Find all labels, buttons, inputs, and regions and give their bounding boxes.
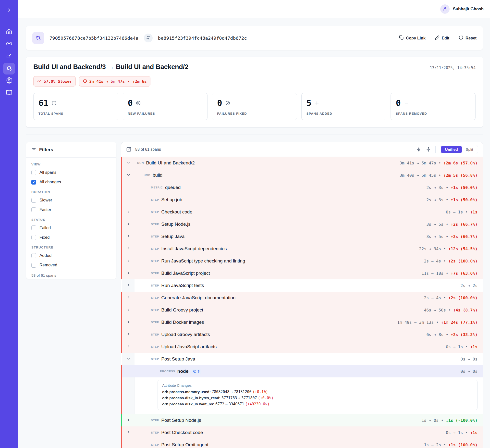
plus-icon: [314, 100, 319, 106]
chevron-right-icon[interactable]: [126, 332, 131, 337]
split-view-tab[interactable]: Split: [462, 146, 477, 153]
sidebar-item-home[interactable]: [3, 26, 15, 38]
checkbox[interactable]: [31, 235, 36, 240]
span-row[interactable]: RUNBuild UI and Backend/23m 41s → 5m 47s…: [121, 157, 483, 169]
span-timing: 6s → 8s • ↑2s (33.3%): [426, 332, 478, 337]
base-run-hash[interactable]: 79050576678ce7b5bf34132b7466de4a: [49, 36, 138, 41]
span-row[interactable]: STEPRun JavaScript tests2s → 2s: [121, 279, 483, 292]
top-bar: Subhajit Ghosh: [18, 0, 490, 18]
span-row[interactable]: STEPCheckout code0s → 1s • ↑1s: [121, 206, 483, 218]
copy-icon: [399, 35, 404, 41]
swap-arrows-icon: [146, 35, 150, 41]
chevron-down-icon[interactable]: [126, 173, 131, 178]
span-row[interactable]: STEPUpload JavaScript artifacts0s → 1s •…: [121, 341, 483, 353]
filter-checkbox-added[interactable]: Added: [31, 251, 111, 260]
span-name: Setup Java: [161, 234, 184, 239]
expand-all-icon[interactable]: [426, 147, 431, 152]
chevron-right-icon[interactable]: [126, 418, 131, 423]
target-run-hash[interactable]: be8915f23f394fc48a249f0d47db672c: [158, 36, 247, 41]
chevron-right-icon[interactable]: [126, 246, 131, 251]
span-type-label: STEP: [151, 223, 159, 226]
collapse-all-icon[interactable]: [416, 147, 421, 152]
gear-icon: [6, 77, 12, 85]
chevron-right-icon[interactable]: [126, 210, 131, 215]
chevron-down-icon[interactable]: [126, 357, 131, 362]
span-row[interactable]: STEPSetup Java3s → 5s • ↑2s (66.7%): [121, 230, 483, 243]
span-row[interactable]: STEPBuild Docker images1m 49s → 3m 13s •…: [121, 316, 483, 328]
attr-change-count-badge[interactable]: 3: [191, 369, 201, 374]
span-row[interactable]: STEPBuild Groovy project46s → 50s • ↑4s …: [121, 304, 483, 316]
checkbox[interactable]: [31, 253, 36, 258]
copy-link-button[interactable]: Copy Link: [399, 35, 426, 41]
chevron-right-icon[interactable]: [126, 430, 131, 435]
checkbox[interactable]: [31, 198, 36, 203]
span-timing: 2s → 4s • ↑2s (100.0%): [424, 296, 478, 300]
span-row[interactable]: METRICqueued2s → 3s • ↑1s (50.0%): [121, 181, 483, 194]
filter-checkbox-all-spans[interactable]: All spans: [31, 168, 111, 177]
span-row[interactable]: STEPBuild JavaScript project11s → 18s • …: [121, 267, 483, 279]
span-type-label: STEP: [151, 235, 159, 238]
filter-checkbox-slower[interactable]: Slower: [31, 195, 111, 205]
chevron-right-icon[interactable]: [126, 234, 131, 239]
chevron-right-icon[interactable]: [126, 259, 131, 264]
sidebar-item-settings[interactable]: [3, 75, 15, 87]
stat-value: 0: [396, 98, 401, 108]
checkbox-label: Removed: [39, 263, 57, 268]
chevron-right-icon[interactable]: [126, 283, 131, 288]
row-gutter: [122, 439, 135, 448]
filter-checkbox-removed[interactable]: Removed: [31, 260, 111, 270]
span-row[interactable]: STEPInstall JavaScript dependencies22s →…: [121, 243, 483, 255]
attribute-change: orb.process.disk_io.wait_ns: 6772 → 3340…: [162, 402, 473, 406]
reset-button[interactable]: Reset: [459, 35, 477, 41]
filter-checkbox-fixed[interactable]: Fixed: [31, 233, 111, 242]
chevron-right-icon[interactable]: [126, 320, 131, 325]
sidebar-item-keys[interactable]: [3, 50, 15, 62]
chevron-right-icon[interactable]: [126, 271, 131, 276]
edit-button[interactable]: Edit: [435, 35, 449, 41]
checkbox[interactable]: [31, 170, 36, 175]
span-timing: 22s → 34s • ↑12s (54.5%): [419, 247, 478, 251]
span-row[interactable]: STEPSetup Node.js3s → 5s • ↑2s (66.7%): [121, 218, 483, 230]
row-gutter: [122, 181, 135, 194]
span-row[interactable]: STEPUpload Groovy artifacts6s → 8s • ↑2s…: [121, 328, 483, 341]
span-timing: 1m 49s → 3m 13s • ↑1m 24s (77.1%): [397, 320, 478, 325]
sidebar-item-links[interactable]: [3, 38, 15, 50]
checkbox[interactable]: [31, 225, 36, 230]
checkbox[interactable]: [31, 207, 36, 212]
sidebar-item-docs[interactable]: [3, 87, 15, 99]
attribute-changes-region: Attribute Changesorb.process.memory.used…: [121, 377, 483, 414]
chevron-right-icon[interactable]: [126, 295, 131, 300]
chevron-right-icon[interactable]: [126, 344, 131, 349]
section-divider: [26, 135, 483, 135]
filter-checkbox-faster[interactable]: Faster: [31, 205, 111, 214]
span-row[interactable]: JOBbuild3m 40s → 5m 45s • ↑2m 5s (56.8%): [121, 169, 483, 181]
span-row[interactable]: STEPPost Setup Java0s → 0s: [121, 353, 483, 365]
span-row[interactable]: PROCESSnode30s → 0s: [121, 365, 483, 377]
chevron-right-icon[interactable]: [126, 222, 131, 227]
stat-label: SPANS REMOVED: [396, 112, 470, 115]
filter-checkbox-all-changes[interactable]: All changes: [31, 177, 111, 187]
chevron-right-icon[interactable]: [126, 308, 131, 313]
filters-body: VIEWAll spansAll changesDURATIONSlowerFa…: [26, 158, 116, 270]
user-name[interactable]: Subhajit Ghosh: [453, 7, 484, 12]
span-row[interactable]: STEPGenerate JavaScript documentation2s …: [121, 292, 483, 304]
stat-card: 0FAILURES FIXED: [212, 93, 297, 120]
unified-view-tab[interactable]: Unified: [441, 146, 462, 153]
swap-runs-button[interactable]: [144, 34, 153, 42]
checkbox[interactable]: [31, 180, 36, 185]
span-row[interactable]: STEPPost Setup Orbit agent1s → 2s • ↑1s …: [121, 439, 483, 448]
avatar[interactable]: [440, 4, 450, 14]
row-gutter: [122, 279, 135, 292]
span-row[interactable]: STEPPost Setup Node.js1s → 0s • ↓1s (-10…: [121, 414, 483, 426]
sidebar-expand-button[interactable]: [4, 5, 14, 15]
comparison-timestamp: 13/11/2025, 14:35:54: [430, 66, 476, 70]
checkbox[interactable]: [31, 263, 36, 268]
chevron-down-icon[interactable]: [126, 161, 131, 166]
sidebar-item-compare[interactable]: [3, 63, 15, 75]
filter-checkbox-failed[interactable]: Failed: [31, 223, 111, 233]
comparison-summary: Build UI and Backend/3 → Build UI and Ba…: [26, 57, 483, 128]
collapse-panel-icon[interactable]: [126, 147, 131, 152]
span-row[interactable]: STEPPost Checkout code0s → 1s • ↑1s: [121, 426, 483, 439]
span-row[interactable]: STEPSet up job2s → 3s • ↑1s (50.0%): [121, 194, 483, 206]
span-row[interactable]: STEPRun JavaScript type checking and lin…: [121, 255, 483, 267]
